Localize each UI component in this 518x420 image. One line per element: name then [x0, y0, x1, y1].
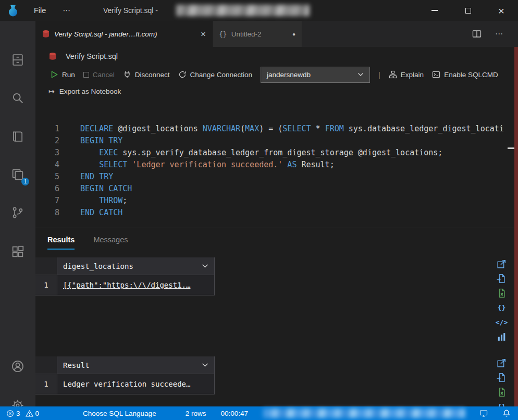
grid1-actions: {} </> [496, 258, 509, 342]
minimize-button[interactable] [418, 0, 451, 21]
tab-verify-script[interactable]: Verify Script.sql - jander…ft.com) × [35, 21, 213, 47]
scrollbar-strip[interactable] [514, 47, 518, 406]
refresh-icon [178, 70, 187, 79]
panel-divider[interactable] [35, 228, 518, 228]
code-line[interactable]: 3 EXEC sys.sp_verify_database_ledger_fro… [35, 147, 514, 159]
tab-untitled-2[interactable]: {} Untitled-2 ● [213, 21, 302, 47]
code-text: EXEC sys.sp_verify_database_ledger_from_… [80, 147, 442, 159]
tab-results[interactable]: Results [47, 236, 75, 250]
status-bar: 3 0 Choose SQL Language 2 rows 00:00:47 [0, 406, 518, 420]
cell-value[interactable]: Ledger verification succeede… [57, 374, 214, 394]
cell-value-link[interactable]: [{"path":"https:\/\/digest1.… [57, 275, 214, 295]
window-controls: × [418, 0, 518, 21]
line-number: 2 [35, 135, 59, 147]
menu-more-icon[interactable]: ⋯ [63, 6, 71, 15]
change-connection-button[interactable]: Change Connection [178, 70, 252, 79]
plug-icon [123, 70, 131, 79]
table-row[interactable]: 1 [{"path":"https:\/\/digest1.… [35, 275, 214, 295]
chevron-down-icon[interactable] [202, 363, 208, 367]
chart-icon[interactable] [496, 331, 507, 342]
code-line[interactable]: 2BEGIN TRY [35, 135, 514, 147]
column-header[interactable]: digest_locations [57, 257, 214, 275]
search-icon[interactable] [10, 91, 25, 105]
bell-icon[interactable] [502, 409, 511, 417]
code-line[interactable]: 7 THROW; [35, 195, 514, 207]
tab-label: Verify Script.sql - jander…ft.com) [54, 30, 157, 38]
save-excel-icon[interactable] [496, 288, 507, 299]
row-count: 2 rows [186, 410, 206, 417]
code-line[interactable]: 4 SELECT 'Ledger verification succeeded.… [35, 159, 514, 171]
save-excel-icon[interactable] [496, 387, 507, 398]
warning-icon [26, 410, 33, 417]
line-number: 1 [35, 123, 59, 135]
code-line[interactable]: 1DECLARE @digest_locations NVARCHAR(MAX)… [35, 123, 514, 135]
disconnect-button[interactable]: Disconnect [123, 70, 170, 79]
database-selector[interactable]: jandersnewdb [261, 67, 370, 83]
source-control-icon[interactable] [10, 205, 25, 220]
grid-header-row: Result [35, 356, 214, 374]
row-number[interactable]: 1 [35, 275, 57, 295]
document-title: Verify Script.sql [66, 52, 118, 60]
code-line[interactable]: 6BEGIN CATCH [35, 183, 514, 195]
app-window: File ⋯ Verify Script.sql - × [0, 0, 518, 420]
cancel-button[interactable]: Cancel [83, 71, 115, 79]
close-tab-icon[interactable]: × [201, 30, 206, 39]
explorer-pages-icon[interactable]: 1 [10, 167, 25, 182]
save-json-icon[interactable]: {} [496, 302, 507, 313]
close-button[interactable]: × [485, 0, 518, 21]
enable-sqlcmd-button[interactable]: Enable SQLCMD [432, 70, 498, 79]
code-line[interactable]: 5END TRY [35, 171, 514, 183]
remote-icon[interactable] [479, 409, 488, 417]
grid-header-row: digest_locations [35, 257, 214, 275]
code-text: BEGIN CATCH [80, 183, 132, 195]
tab-label: Untitled-2 [231, 30, 262, 38]
save-xml-icon[interactable]: </> [496, 317, 507, 328]
code-text: DECLARE @digest_locations NVARCHAR(MAX) … [80, 123, 504, 135]
line-number: 7 [35, 195, 59, 207]
tab-messages[interactable]: Messages [93, 236, 128, 250]
extensions-icon[interactable] [10, 244, 25, 259]
badge-count: 1 [21, 178, 29, 186]
code-text: END CATCH [80, 207, 122, 219]
chevron-down-icon [357, 72, 364, 77]
grid2-actions: {} [496, 357, 509, 412]
save-csv-icon[interactable] [496, 273, 507, 284]
grid-corner-cell[interactable] [35, 257, 57, 275]
code-text: END TRY [80, 171, 113, 183]
status-right-icons [479, 406, 518, 420]
maximize-icon[interactable] [496, 357, 507, 368]
error-icon [6, 410, 14, 417]
sql-file-icon [42, 30, 50, 38]
maximize-window-icon [465, 8, 471, 14]
grid-corner-cell[interactable] [35, 356, 57, 374]
account-icon[interactable] [10, 359, 25, 374]
run-button[interactable]: Run [50, 70, 75, 79]
connections-icon[interactable] [10, 53, 25, 67]
scrollbar-marker [508, 147, 514, 149]
flowchart-icon [389, 70, 397, 79]
menu-file[interactable]: File [34, 6, 46, 15]
tab-bar: Verify Script.sql - jander…ft.com) × {} … [35, 21, 518, 47]
braces-file-icon: {} [219, 30, 227, 38]
column-header[interactable]: Result [57, 356, 214, 374]
code-line[interactable]: 8END CATCH [35, 207, 514, 219]
maximize-icon[interactable] [496, 258, 507, 269]
table-row[interactable]: 1 Ledger verification succeede… [35, 374, 214, 394]
elapsed-time: 00:00:47 [220, 410, 248, 417]
split-editor-icon[interactable] [472, 29, 482, 39]
notebooks-icon[interactable] [10, 129, 25, 144]
modified-dot-icon[interactable]: ● [292, 31, 295, 37]
more-actions-icon[interactable]: ⋯ [495, 29, 503, 39]
maximize-button[interactable] [451, 0, 485, 21]
explain-button[interactable]: Explain [389, 70, 424, 79]
toolbar-divider: | [378, 70, 380, 79]
row-number[interactable]: 1 [35, 374, 57, 394]
code-editor[interactable]: 1DECLARE @digest_locations NVARCHAR(MAX)… [35, 99, 514, 243]
problems-indicator[interactable]: 3 0 [6, 410, 42, 417]
language-selector[interactable]: Choose SQL Language [83, 410, 156, 417]
close-icon: × [498, 5, 504, 16]
export-as-notebook-button[interactable]: ↦ Export as Notebook [35, 84, 121, 98]
result-grid-result: Result 1 Ledger verification succeede… [35, 356, 215, 394]
save-csv-icon[interactable] [496, 372, 507, 383]
chevron-down-icon[interactable] [202, 264, 208, 268]
